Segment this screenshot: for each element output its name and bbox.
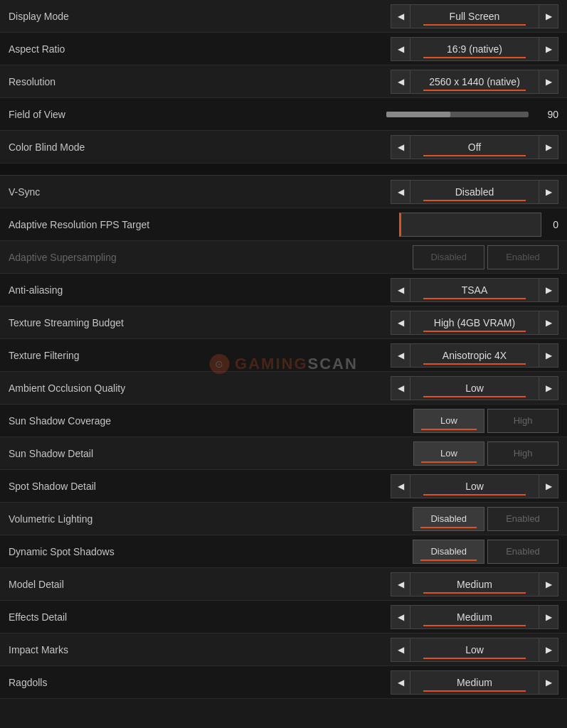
slider-value-basic-rows3: 90 xyxy=(537,109,558,120)
setting-row-basic-rows0: Display Mode◀Full Screen▶ xyxy=(0,0,567,33)
right-arrow-btn-advanced-rows13[interactable]: ▶ xyxy=(539,605,558,629)
right-arrow-btn-advanced-rows12[interactable]: ▶ xyxy=(539,572,558,596)
left-arrow-btn-basic-rows4[interactable]: ◀ xyxy=(391,135,410,159)
arrow-control-advanced-rows0: ◀Disabled▶ xyxy=(391,180,558,204)
left-arrow-btn-advanced-rows9[interactable]: ◀ xyxy=(391,474,410,498)
left-arrow-btn-advanced-rows0[interactable]: ◀ xyxy=(391,180,410,204)
slider-track-basic-rows3[interactable] xyxy=(386,112,529,117)
setting-label-basic-rows2: Resolution xyxy=(9,76,391,87)
left-arrow-btn-advanced-rows14[interactable]: ◀ xyxy=(391,638,410,662)
setting-label-advanced-rows1: Adaptive Resolution FPS Target xyxy=(9,219,399,230)
left-arrow-btn-basic-rows0[interactable]: ◀ xyxy=(391,4,410,28)
toggle-btn-advanced-rows7-0[interactable]: Low xyxy=(413,409,484,433)
value-box-basic-rows0: Full Screen xyxy=(410,4,539,28)
value-text-advanced-rows13: Medium xyxy=(457,611,492,623)
arrow-control-advanced-rows6: ◀Low▶ xyxy=(391,376,558,400)
setting-row-advanced-rows9: Spot Shadow Detail◀Low▶ xyxy=(0,470,567,503)
arrow-control-basic-rows0: ◀Full Screen▶ xyxy=(391,4,558,28)
toggle-btn-advanced-rows11-0[interactable]: Disabled xyxy=(413,540,484,564)
setting-row-advanced-rows5: Texture Filtering◀Anisotropic 4X▶ xyxy=(0,339,567,372)
orange-underline-advanced-rows5 xyxy=(423,363,526,365)
right-arrow-btn-advanced-rows14[interactable]: ▶ xyxy=(539,638,558,662)
setting-label-advanced-rows11: Dynamic Spot Shadows xyxy=(9,546,413,557)
setting-label-advanced-rows12: Model Detail xyxy=(9,579,391,590)
toggle-btn-advanced-rows11-1[interactable]: Enabled xyxy=(487,540,558,564)
toggle-btn-advanced-rows10-0[interactable]: Disabled xyxy=(413,507,484,531)
setting-row-advanced-rows10: Volumetric LightingDisabledEnabled xyxy=(0,503,567,535)
left-arrow-btn-advanced-rows4[interactable]: ◀ xyxy=(391,311,410,335)
arrow-control-advanced-rows12: ◀Medium▶ xyxy=(391,572,558,596)
value-text-advanced-rows4: High (4GB VRAM) xyxy=(434,317,515,328)
setting-label-basic-rows0: Display Mode xyxy=(9,11,391,22)
left-arrow-btn-basic-rows1[interactable]: ◀ xyxy=(391,37,410,61)
fps-input-box-advanced-rows1[interactable] xyxy=(399,213,541,237)
left-arrow-btn-advanced-rows6[interactable]: ◀ xyxy=(391,376,410,400)
right-arrow-btn-advanced-rows6[interactable]: ▶ xyxy=(539,376,558,400)
toggle-btn-advanced-rows10-1[interactable]: Enabled xyxy=(487,507,558,531)
toggle-btn-advanced-rows7-1[interactable]: High xyxy=(487,409,558,433)
right-arrow-btn-advanced-rows4[interactable]: ▶ xyxy=(539,311,558,335)
toggle-control-advanced-rows8: LowHigh xyxy=(413,441,558,466)
btn-underline-advanced-rows10-0 xyxy=(420,527,477,528)
value-box-advanced-rows14: Low xyxy=(410,638,539,662)
right-arrow-btn-basic-rows0[interactable]: ▶ xyxy=(539,4,558,28)
value-text-advanced-rows5: Anisotropic 4X xyxy=(443,350,507,361)
btn-underline-advanced-rows7-0 xyxy=(421,429,477,430)
setting-label-advanced-rows4: Texture Streaming Budget xyxy=(9,317,391,328)
value-text-advanced-rows15: Medium xyxy=(457,677,492,688)
setting-row-advanced-rows8: Sun Shadow DetailLowHigh xyxy=(0,437,567,470)
toggle-btn-advanced-rows8-1[interactable]: High xyxy=(487,441,558,466)
right-arrow-btn-advanced-rows9[interactable]: ▶ xyxy=(539,474,558,498)
btn-underline-advanced-rows11-0 xyxy=(420,560,477,561)
left-arrow-btn-advanced-rows5[interactable]: ◀ xyxy=(391,343,410,368)
left-arrow-btn-advanced-rows3[interactable]: ◀ xyxy=(391,278,410,302)
setting-label-advanced-rows3: Anti-aliasing xyxy=(9,284,391,296)
orange-underline-basic-rows0 xyxy=(423,24,526,26)
slider-fill-basic-rows3 xyxy=(386,112,450,117)
left-arrow-btn-advanced-rows12[interactable]: ◀ xyxy=(391,572,410,596)
value-text-basic-rows1: 16:9 (native) xyxy=(447,43,502,55)
arrow-control-basic-rows1: ◀16:9 (native)▶ xyxy=(391,37,558,61)
orange-underline-basic-rows2 xyxy=(423,90,526,91)
orange-underline-advanced-rows12 xyxy=(423,592,526,594)
value-text-advanced-rows6: Low xyxy=(465,382,484,394)
right-arrow-btn-advanced-rows3[interactable]: ▶ xyxy=(539,278,558,302)
toggle-btn-advanced-rows8-0[interactable]: Low xyxy=(413,441,484,466)
setting-row-advanced-rows1: Adaptive Resolution FPS Target0 xyxy=(0,208,567,241)
right-arrow-btn-basic-rows1[interactable]: ▶ xyxy=(539,37,558,61)
right-arrow-btn-advanced-rows0[interactable]: ▶ xyxy=(539,180,558,204)
setting-label-basic-rows1: Aspect Ratio xyxy=(9,43,391,55)
right-arrow-btn-basic-rows2[interactable]: ▶ xyxy=(539,70,558,94)
setting-label-advanced-rows8: Sun Shadow Detail xyxy=(9,448,413,459)
setting-row-advanced-rows0: V-Sync◀Disabled▶ xyxy=(0,176,567,208)
setting-row-advanced-rows6: Ambient Occlusion Quality◀Low▶ xyxy=(0,372,567,405)
right-arrow-btn-advanced-rows15[interactable]: ▶ xyxy=(539,670,558,695)
value-text-advanced-rows9: Low xyxy=(465,481,484,492)
setting-label-advanced-rows9: Spot Shadow Detail xyxy=(9,481,391,492)
orange-underline-basic-rows4 xyxy=(423,155,526,156)
left-arrow-btn-advanced-rows15[interactable]: ◀ xyxy=(391,670,410,695)
value-box-advanced-rows15: Medium xyxy=(410,670,539,695)
left-arrow-btn-advanced-rows13[interactable]: ◀ xyxy=(391,605,410,629)
value-box-advanced-rows12: Medium xyxy=(410,572,539,596)
setting-row-advanced-rows7: Sun Shadow CoverageLowHigh xyxy=(0,405,567,437)
setting-label-advanced-rows10: Volumetric Lighting xyxy=(9,513,413,525)
setting-label-advanced-rows15: Ragdolls xyxy=(9,677,391,688)
value-box-advanced-rows9: Low xyxy=(410,474,539,498)
value-box-advanced-rows0: Disabled xyxy=(410,180,539,204)
value-text-advanced-rows0: Disabled xyxy=(455,186,494,198)
orange-underline-advanced-rows15 xyxy=(423,690,526,692)
value-box-advanced-rows5: Anisotropic 4X xyxy=(410,343,539,368)
setting-row-basic-rows1: Aspect Ratio◀16:9 (native)▶ xyxy=(0,33,567,65)
setting-label-basic-rows4: Color Blind Mode xyxy=(9,141,391,153)
right-arrow-btn-advanced-rows5[interactable]: ▶ xyxy=(539,343,558,368)
toggle-control-advanced-rows7: LowHigh xyxy=(413,409,558,433)
value-box-basic-rows4: Off xyxy=(410,135,539,159)
setting-label-advanced-rows2: Adaptive Supersampling xyxy=(9,252,413,263)
setting-label-advanced-rows13: Effects Detail xyxy=(9,611,391,623)
orange-underline-advanced-rows9 xyxy=(423,494,526,496)
arrow-control-advanced-rows5: ◀Anisotropic 4X▶ xyxy=(391,343,558,368)
right-arrow-btn-basic-rows4[interactable]: ▶ xyxy=(539,135,558,159)
left-arrow-btn-basic-rows2[interactable]: ◀ xyxy=(391,70,410,94)
value-box-basic-rows2: 2560 x 1440 (native) xyxy=(410,70,539,94)
